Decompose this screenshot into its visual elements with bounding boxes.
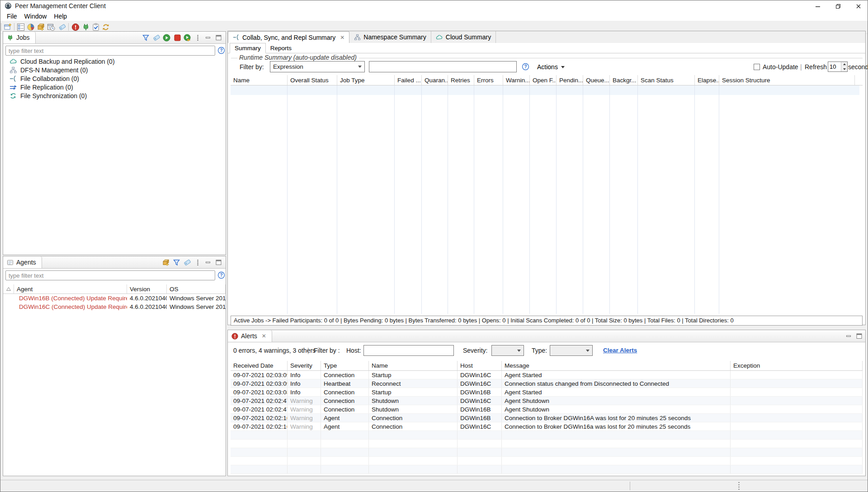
jobs-tree-item-dfs[interactable]: DFS-N Management (0) [9, 66, 217, 74]
jobs-tree-item-cloud[interactable]: Cloud Backup and Replication (0) [9, 57, 217, 66]
jobs-start-all-button[interactable] [184, 33, 192, 42]
tags-button[interactable] [57, 22, 67, 32]
column-header[interactable]: Retries [448, 75, 474, 85]
table-row[interactable]: 09-07-2021 02:03:09InfoConnectionStartup… [231, 371, 863, 379]
column-header[interactable]: Failed ... [395, 75, 422, 85]
window-restore-button[interactable] [828, 0, 848, 12]
table-row[interactable]: 09-07-2021 02:02:16WarningAgentConnectio… [231, 422, 863, 431]
column-header[interactable]: Severity [288, 361, 321, 370]
column-header[interactable]: OS [167, 284, 226, 293]
tab-agents[interactable]: Agents [3, 256, 42, 268]
refresh-interval-input[interactable] [828, 62, 841, 71]
table-row[interactable]: DGWin16B (Connected) Update Required4.6.… [3, 294, 226, 303]
jobs-tree-item-sync[interactable]: File Synchronization (0) [9, 91, 217, 100]
agents-filter-help-button[interactable]: ? [217, 271, 225, 279]
agents-tags-button[interactable] [184, 258, 192, 266]
trim-drag-handle[interactable] [738, 482, 741, 490]
spinner-down-button[interactable] [841, 67, 847, 72]
jobs-stop-button[interactable] [174, 33, 182, 42]
jobs-tags-button[interactable] [153, 33, 161, 42]
auto-update-checkbox[interactable] [754, 64, 760, 70]
column-header[interactable]: Agent [14, 284, 127, 293]
column-header[interactable]: Session Structure [719, 75, 855, 85]
show-view-button[interactable] [16, 22, 26, 32]
tab-close-icon[interactable]: ✕ [260, 333, 266, 339]
column-header[interactable]: Name [231, 75, 288, 85]
new-job-button[interactable] [3, 22, 13, 32]
agents-filter-button[interactable] [173, 258, 181, 266]
column-header[interactable]: Open F... [530, 75, 557, 85]
table-row[interactable]: 09-07-2021 02:03:09InfoHeartbeatReconnec… [231, 379, 863, 388]
jobs-maximize-button[interactable] [215, 33, 223, 42]
tab-namespace-summary[interactable]: Namespace Summary [349, 31, 431, 43]
view-alerts-button[interactable] [71, 22, 80, 32]
install-updates-button[interactable] [36, 22, 46, 32]
schedule-button[interactable]: 12 [46, 22, 56, 32]
jobs-minimize-button[interactable] [204, 33, 212, 42]
filter-expression-input[interactable] [369, 61, 517, 72]
clear-alerts-link[interactable]: Clear Alerts [603, 347, 637, 354]
alerts-maximize-button[interactable] [855, 332, 863, 340]
menu-file[interactable]: File [3, 11, 21, 21]
tab-cloud-summary[interactable]: Cloud Summary [431, 31, 496, 43]
column-header[interactable]: Name [369, 361, 458, 370]
host-filter-input[interactable] [363, 345, 454, 356]
column-header[interactable]: Elapse... [695, 75, 719, 85]
pie-chart-button[interactable] [26, 22, 36, 32]
agents-minimize-button[interactable] [204, 258, 212, 266]
column-header[interactable]: Backgr... [610, 75, 638, 85]
filter-mode-select[interactable]: Expression [270, 61, 365, 72]
sort-indicator[interactable] [3, 284, 14, 293]
column-header[interactable]: Received Date [231, 361, 288, 370]
column-header[interactable]: Overall Status [288, 75, 337, 85]
column-header[interactable]: Type [321, 361, 369, 370]
menu-window[interactable]: Window [21, 11, 51, 21]
jobs-start-button[interactable] [163, 33, 171, 42]
column-header[interactable]: Scan Status [638, 75, 695, 85]
column-header[interactable]: Pendin... [557, 75, 583, 85]
menu-help[interactable]: Help [50, 11, 71, 21]
jobs-tree-item-collab[interactable]: File Collaboration (0) [9, 74, 217, 83]
table-row[interactable]: 09-07-2021 02:02:47WarningConnectionShut… [231, 405, 863, 414]
filter-help-button[interactable]: ? [522, 63, 529, 71]
column-header[interactable]: Job Type [337, 75, 395, 85]
column-header[interactable]: Exception [731, 361, 863, 370]
jobs-view-menu-button[interactable] [194, 33, 202, 42]
subtab-reports[interactable]: Reports [266, 43, 296, 53]
jobs-filter-button[interactable] [142, 33, 150, 42]
agents-button[interactable] [81, 22, 91, 32]
alerts-minimize-button[interactable] [845, 332, 853, 340]
table-row[interactable]: 09-07-2021 02:02:47WarningConnectionShut… [231, 397, 863, 405]
column-header[interactable]: Warnin... [503, 75, 530, 85]
window-minimize-button[interactable] [807, 0, 828, 12]
column-header[interactable]: Errors [474, 75, 503, 85]
tab-close-icon[interactable]: ✕ [338, 35, 344, 40]
agents-maximize-button[interactable] [215, 258, 223, 266]
column-header[interactable]: Quaran... [422, 75, 448, 85]
agents-view-menu-button[interactable] [194, 258, 202, 266]
window-close-button[interactable] [848, 0, 868, 12]
agents-install-button[interactable] [162, 258, 170, 266]
column-header[interactable]: Version [127, 284, 167, 293]
spinner-up-button[interactable] [841, 62, 847, 67]
refresh-button[interactable] [101, 22, 111, 32]
agents-filter-input[interactable] [5, 270, 215, 280]
table-row[interactable]: 09-07-2021 02:03:08InfoConnectionStartup… [231, 388, 863, 397]
type-select[interactable] [550, 345, 593, 356]
jobs-filter-input[interactable] [5, 46, 215, 56]
tab-alerts[interactable]: Alerts ✕ [228, 330, 272, 342]
jobs-tree-item-replication[interactable]: File Replication (0) [9, 83, 217, 91]
tab-collab-sync-repl-summary[interactable]: Collab, Sync, and Repl Summary ✕ [228, 31, 349, 43]
column-header[interactable]: Host [458, 361, 502, 370]
column-header[interactable]: Message [502, 361, 731, 370]
actions-menu-button[interactable]: Actions [534, 62, 567, 72]
tasks-button[interactable] [91, 22, 101, 32]
table-row[interactable]: 09-07-2021 02:02:16WarningAgentConnectio… [231, 414, 863, 422]
refresh-interval-spinner[interactable] [828, 62, 848, 72]
jobs-filter-help-button[interactable]: ? [217, 47, 225, 54]
severity-select[interactable] [491, 345, 524, 356]
subtab-summary[interactable]: Summary [230, 43, 266, 53]
table-row[interactable]: DGWin16C (Connected) Update Required4.6.… [3, 303, 226, 311]
column-header[interactable]: Queue... [583, 75, 610, 85]
tab-jobs[interactable]: Jobs [3, 32, 36, 43]
